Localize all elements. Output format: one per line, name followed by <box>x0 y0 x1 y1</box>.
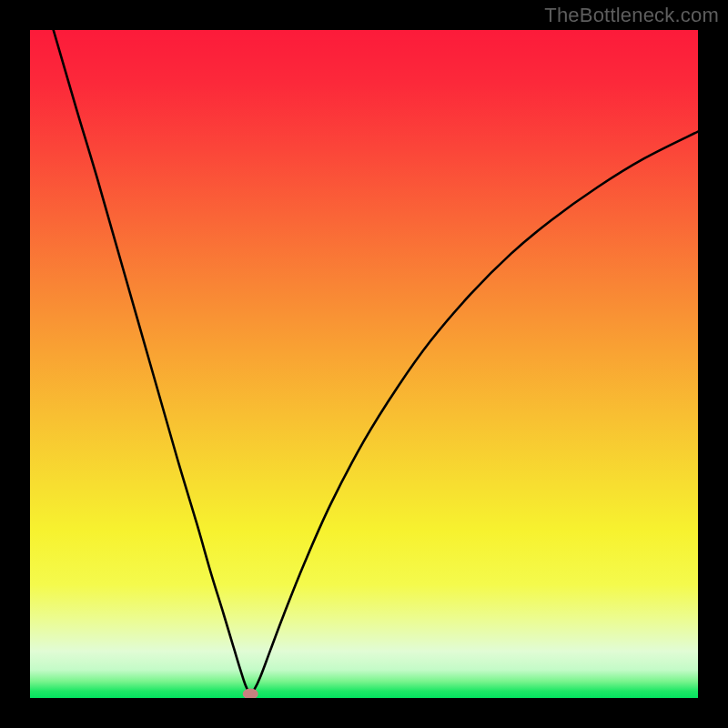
bottleneck-chart <box>30 30 698 698</box>
gradient-background <box>30 30 698 698</box>
chart-frame: TheBottleneck.com <box>0 0 728 728</box>
watermark-text: TheBottleneck.com <box>544 4 719 27</box>
